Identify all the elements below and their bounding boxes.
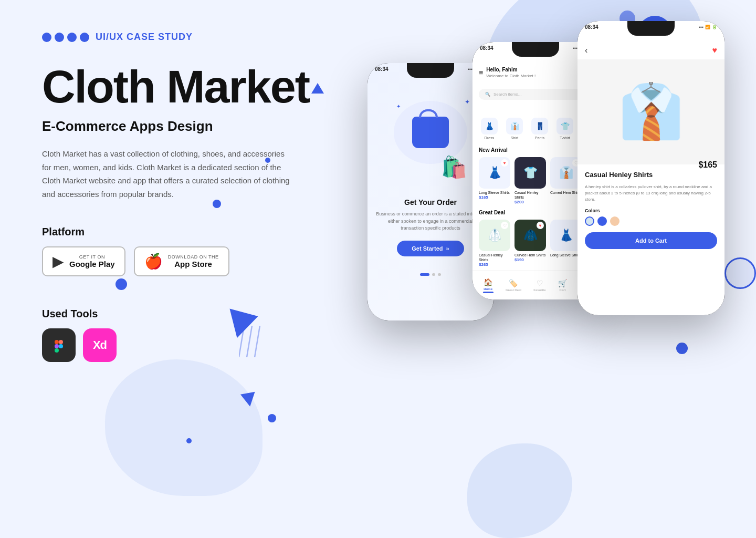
title-text: Cloth Market	[42, 60, 309, 112]
product-img-3: 👔 ♡	[550, 157, 582, 189]
notch-2	[512, 42, 559, 57]
greeting-text-block: Hello, Fahim Welcome to Cloth Market !	[486, 67, 536, 78]
dress-label: Dress	[485, 136, 494, 140]
cart-nav-label: Cart	[559, 288, 565, 292]
get-started-label: Get Started	[412, 245, 443, 252]
category-tshirt[interactable]: 👕 T-shirt	[554, 118, 575, 140]
product-name-3: Curved Hem Shirts	[550, 190, 582, 195]
deal-icon: 🏷️	[509, 279, 518, 287]
svg-rect-11	[55, 344, 59, 348]
main-title: Cloth Market	[42, 64, 336, 110]
product-name-2: Casual Henley Shirts	[514, 190, 546, 200]
search-bar[interactable]: 🔍 Search items...	[479, 89, 592, 100]
svg-rect-9	[55, 340, 59, 344]
hamburger-icon: ≡	[479, 68, 483, 77]
color-peach[interactable]	[610, 216, 620, 226]
illus-person: 🛍️	[441, 155, 467, 180]
shopping-illustration: 🛍️ ✦ ✦	[383, 90, 478, 185]
page-dot-2	[438, 273, 441, 276]
get-started-button[interactable]: Get Started »	[397, 241, 464, 256]
nav-active-dot	[483, 292, 494, 293]
product-emoji-1: 👗	[488, 166, 502, 180]
app-store-big: App Store	[168, 260, 219, 268]
time-2: 08:34	[480, 45, 494, 51]
shirt-icon: 👔	[506, 118, 523, 134]
battery-3: 🔋	[712, 25, 717, 29]
brand-header: UI/UX CASE STUDY	[42, 32, 336, 43]
deal-heart-1[interactable]: ♡	[501, 222, 508, 229]
product-description: A henley shirt is a collarless pullover …	[585, 184, 717, 203]
dress-icon: 👗	[481, 118, 498, 134]
color-selector	[585, 216, 717, 226]
play-store-big: Google Play	[69, 260, 115, 268]
left-panel: UI/UX CASE STUDY Cloth Market E-Commerce…	[42, 0, 336, 538]
product-card-3[interactable]: 👔 ♡ Curved Hem Shirts	[550, 157, 582, 204]
tools-icons: Xd	[42, 328, 336, 362]
description-text: Cloth Market has a vast collection of cl…	[42, 147, 294, 201]
time-3: 08:34	[585, 24, 598, 30]
heart-1[interactable]: ♥	[501, 159, 508, 167]
detail-product-name: Casual Henley Shirts	[585, 171, 653, 179]
favorite-nav-label: Favorite	[533, 288, 545, 292]
hanger-icon	[640, 59, 662, 108]
product-name-price-row: Casual Henley Shirts $165	[585, 171, 717, 181]
app-store-button[interactable]: 🍎 Download on the App Store	[134, 246, 229, 276]
brand-ui-ux: UI/UX	[96, 32, 123, 42]
search-placeholder: Search items...	[494, 92, 521, 97]
xd-icon: Xd	[83, 328, 117, 362]
deal-card-3[interactable]: 👗 Long Sleeve Shirts	[550, 220, 582, 267]
category-dress[interactable]: 👗 Dress	[479, 118, 500, 140]
page-dot-1	[432, 273, 435, 276]
pants-icon: 👖	[531, 118, 548, 134]
phone-product-detail: 08:34 ▪▪▪ 📶 🔋 ‹ ♥ 👔	[578, 21, 724, 315]
svg-rect-10	[59, 340, 63, 344]
back-button[interactable]: ‹	[585, 46, 587, 55]
status-icons-3: ▪▪▪ 📶 🔋	[699, 25, 717, 29]
apple-icon: 🍎	[144, 253, 163, 270]
deal-card-2[interactable]: 🧥 ♥ Curved Hem Shirts $190	[514, 220, 546, 267]
notch-3	[627, 21, 675, 36]
product-card-1[interactable]: 👗 ♥ Long Sleeve Shirts $165	[479, 157, 510, 204]
add-to-cart-button[interactable]: Add to Cart	[585, 232, 717, 249]
illus-bag	[412, 117, 449, 148]
nav-cart[interactable]: 🛒 Cart	[558, 279, 567, 292]
svg-point-13	[59, 344, 63, 348]
product-detail-screen: 08:34 ▪▪▪ 📶 🔋 ‹ ♥ 👔	[578, 21, 724, 315]
wishlist-button[interactable]: ♥	[712, 46, 718, 55]
nav-great-deal[interactable]: 🏷️ Great Deal	[506, 279, 521, 292]
add-to-cart-label: Add to Cart	[635, 237, 667, 244]
product-card-2[interactable]: 👕 Casual Henley Shirts $200	[514, 157, 546, 204]
new-arrival-title: New Arrival	[479, 147, 508, 153]
menu-greeting: ≡ Hello, Fahim Welcome to Cloth Market !	[479, 67, 536, 78]
nav-home[interactable]: 🏠 Home	[483, 278, 494, 293]
cart-icon: 🛒	[558, 279, 567, 287]
deal-price-2: $190	[514, 257, 546, 262]
color-blue-light[interactable]	[585, 216, 594, 226]
deal-card-1[interactable]: 🥼 ♡ Casual Henley Shirts $265	[479, 220, 510, 267]
right-panel: 08:34 ▪▪▪ 📶 🔋 🛍️	[304, 0, 756, 538]
category-shirt[interactable]: 👔 Shirt	[504, 118, 525, 140]
color-blue[interactable]	[597, 216, 607, 226]
detail-price: $165	[698, 160, 717, 170]
product-price-1: $165	[479, 195, 510, 200]
brand-case-study: CASE STUDY	[123, 32, 193, 42]
app-store-text: Download on the App Store	[168, 254, 219, 268]
wifi-3: 📶	[705, 25, 710, 29]
tshirt-label: T-shirt	[560, 136, 570, 140]
product-detail-info: Casual Henley Shirts $165 A henley shirt…	[578, 164, 724, 255]
product-name-1: Long Sleeve Shirts	[479, 190, 510, 195]
platform-buttons: ▶ GET IT ON Google Play 🍎 Download on th…	[42, 246, 336, 276]
deal-emoji-2: 🧥	[523, 229, 538, 242]
category-pants[interactable]: 👖 Pants	[529, 118, 550, 140]
google-play-button[interactable]: ▶ GET IT ON Google Play	[42, 246, 125, 276]
home-nav-label: Home	[484, 287, 492, 291]
play-store-text: GET IT ON Google Play	[69, 254, 115, 268]
play-store-small: GET IT ON	[69, 254, 115, 260]
time-1: 08:34	[375, 66, 388, 72]
deal-heart-2[interactable]: ♥	[537, 222, 544, 229]
tools-label: Used Tools	[42, 308, 336, 320]
deal-nav-label: Great Deal	[506, 288, 521, 292]
deal-emoji-1: 🥼	[488, 229, 502, 242]
tshirt-icon: 👕	[556, 118, 573, 134]
nav-favorite[interactable]: ♡ Favorite	[533, 279, 545, 292]
